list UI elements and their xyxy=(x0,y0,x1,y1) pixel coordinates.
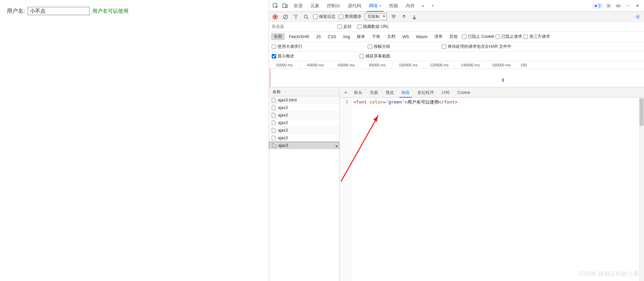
request-row[interactable]: ajax3 xyxy=(269,127,339,134)
feedback-icon[interactable] xyxy=(614,1,623,10)
tab-console[interactable]: 控制台 xyxy=(323,0,344,12)
detail-tab-headers[interactable]: 标头 xyxy=(351,87,366,98)
options-row-2: 显示概述 捕获屏幕截图 xyxy=(269,52,644,61)
gear-icon[interactable] xyxy=(604,1,613,10)
device-icon[interactable] xyxy=(281,1,290,10)
request-name: ajax3 xyxy=(278,104,288,111)
request-row[interactable]: ajax3 xyxy=(269,142,339,149)
tab-memory[interactable]: 内存 xyxy=(402,0,418,12)
hide-data-url-checkbox[interactable]: 隐藏数据 URL xyxy=(357,24,389,30)
file-icon xyxy=(272,105,276,110)
username-input[interactable] xyxy=(28,7,90,15)
page-content: 用户名: 用户名可以使用 xyxy=(0,0,269,281)
svg-rect-1 xyxy=(283,4,286,8)
type-wasm[interactable]: Wasm xyxy=(413,34,430,40)
type-font[interactable]: 字体 xyxy=(369,33,383,40)
timeline-tick: 80000 ms xyxy=(362,61,393,68)
type-doc[interactable]: 文档 xyxy=(384,33,398,40)
download-icon[interactable] xyxy=(411,13,418,20)
more-tabs-icon[interactable]: » xyxy=(419,1,428,10)
request-name: ajax3.html xyxy=(278,96,297,104)
type-manifest[interactable]: 清单 xyxy=(432,33,445,40)
response-code: <font color='green'>用户名可以使用</font> xyxy=(351,98,459,281)
throttle-select[interactable]: 无限制 xyxy=(365,13,387,20)
blocked-req-checkbox[interactable]: 已阻止请求 xyxy=(496,34,522,40)
settings-gear-icon[interactable] xyxy=(634,13,641,20)
detail-tab-payload[interactable]: 负载 xyxy=(366,87,382,98)
svg-point-10 xyxy=(637,16,638,17)
type-all[interactable]: 全部 xyxy=(271,33,285,40)
disable-cache-checkbox[interactable]: 禁用缓存 xyxy=(339,14,361,20)
timeline-tick: 20000 ms xyxy=(269,61,300,68)
type-ws[interactable]: WS xyxy=(399,34,412,40)
type-fetch[interactable]: Fetch/XHR xyxy=(286,34,312,40)
big-rows-checkbox[interactable]: 使用大请求行 xyxy=(272,44,302,50)
timeline[interactable]: 20000 ms 40000 ms 60000 ms 80000 ms 1000… xyxy=(269,61,644,87)
timeline-tick: 140000 ms xyxy=(455,61,486,68)
detail-panel: × 标头 负载 预览 响应 发起程序 计时 Cookie 1 <font col… xyxy=(340,87,644,281)
upload-icon[interactable] xyxy=(401,13,407,20)
file-icon xyxy=(272,136,276,140)
issues-badge[interactable]: 3 xyxy=(592,3,603,9)
file-icon xyxy=(272,128,276,133)
username-msg: 用户名可以使用 xyxy=(92,8,128,14)
blocked-cookie-checkbox[interactable]: 已阻止 Cookie xyxy=(462,34,494,40)
detail-tab-response[interactable]: 响应 xyxy=(398,87,413,98)
keep-log-checkbox[interactable]: 保留日志 xyxy=(313,14,335,20)
line-number: 1 xyxy=(340,98,351,281)
filter-icon[interactable] xyxy=(292,13,299,20)
search-icon[interactable] xyxy=(303,13,310,20)
request-name: ajax3 xyxy=(278,119,288,127)
include-pending-checkbox[interactable]: 将待处理的请求包含在HAR 文件中 xyxy=(442,44,511,50)
type-media[interactable]: 媒体 xyxy=(354,33,368,40)
devtools-tabbar: 欢迎 元素 控制台 源代码 网络× 性能 内存 » ＋ 3 ⋯ ✕ xyxy=(269,0,644,12)
username-row: 用户名: 用户名可以使用 xyxy=(7,7,262,15)
wifi-icon[interactable] xyxy=(390,13,397,20)
tab-sources[interactable]: 源代码 xyxy=(344,0,365,12)
detail-tab-cookie[interactable]: Cookie xyxy=(454,87,474,98)
tab-performance[interactable]: 性能 xyxy=(386,0,402,12)
timeline-tick: 180 xyxy=(517,61,531,68)
request-name: ajax3 xyxy=(278,111,288,119)
third-party-checkbox[interactable]: 第三方请求 xyxy=(523,34,550,40)
inspect-icon[interactable] xyxy=(271,1,280,10)
request-row[interactable]: ajax3.html xyxy=(269,96,339,104)
type-filter-bar: 全部 Fetch/XHR JS CSS Img 媒体 字体 文档 WS Wasm… xyxy=(269,32,644,42)
network-toolbar: 保留日志 禁用缓存 无限制 xyxy=(269,12,644,22)
request-row[interactable]: ajax3 xyxy=(269,134,339,142)
response-body[interactable]: 1 <font color='green'>用户名可以使用</font> xyxy=(340,98,644,281)
tab-network[interactable]: 网络× xyxy=(365,0,385,12)
type-img[interactable]: Img xyxy=(340,34,353,40)
detail-tab-initiator[interactable]: 发起程序 xyxy=(414,87,437,98)
svg-point-5 xyxy=(618,5,620,7)
record-icon[interactable] xyxy=(272,13,279,20)
invert-checkbox[interactable]: 反转 xyxy=(337,24,352,30)
group-by-frame-checkbox[interactable]: 按帧分组 xyxy=(368,44,390,50)
tab-welcome[interactable]: 欢迎 xyxy=(290,0,306,12)
detail-tabbar: × 标头 负载 预览 响应 发起程序 计时 Cookie xyxy=(340,87,644,98)
request-list: 名称 ajax3.htmlajax3ajax3ajax3ajax3ajax3aj… xyxy=(269,87,340,281)
detail-tab-timing[interactable]: 计时 xyxy=(438,87,453,98)
type-js[interactable]: JS xyxy=(313,34,324,40)
type-css[interactable]: CSS xyxy=(325,34,339,40)
menu-icon[interactable]: ⋯ xyxy=(623,1,632,10)
request-row[interactable]: ajax3 xyxy=(269,119,339,127)
watermark: CSDN @假正经的小柴 xyxy=(579,270,639,278)
add-tab-icon[interactable]: ＋ xyxy=(428,1,437,10)
filter-input[interactable] xyxy=(272,23,332,30)
detail-tab-preview[interactable]: 预览 xyxy=(382,87,397,98)
close-detail-icon[interactable]: × xyxy=(342,90,350,95)
tab-elements[interactable]: 元素 xyxy=(307,0,323,12)
request-row[interactable]: ajax3 xyxy=(269,111,339,119)
svg-line-9 xyxy=(307,18,308,19)
request-row[interactable]: ajax3 xyxy=(269,104,339,111)
file-icon xyxy=(272,113,276,118)
show-overview-checkbox[interactable]: 显示概述 xyxy=(272,53,294,59)
timeline-tick: 160000 ms xyxy=(486,61,517,68)
scrollbar[interactable] xyxy=(639,98,644,281)
capture-screens-checkbox[interactable]: 捕获屏幕截图 xyxy=(360,53,390,59)
close-devtools-icon[interactable]: ✕ xyxy=(633,1,642,10)
type-other[interactable]: 其他 xyxy=(447,33,460,40)
clear-icon[interactable] xyxy=(282,13,289,20)
close-icon[interactable]: × xyxy=(379,3,382,8)
